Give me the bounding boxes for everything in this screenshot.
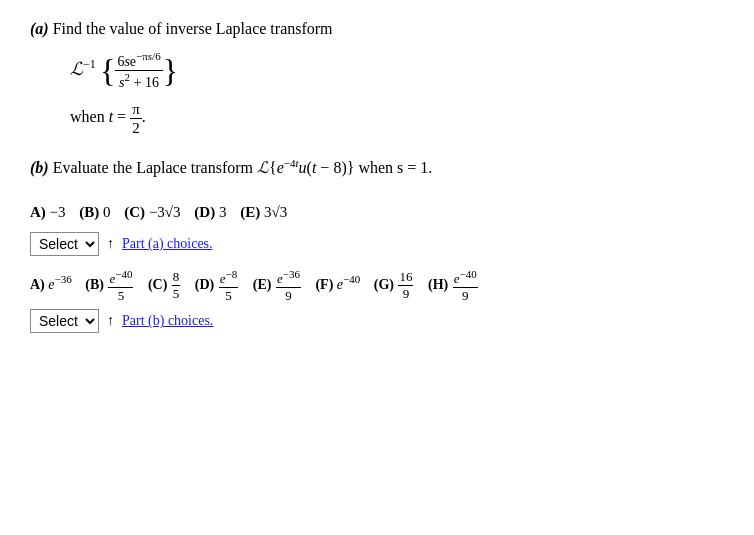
choice-b-g-frac: 16 9 xyxy=(398,269,413,301)
part-a-choices: A) −3 (B) 0 (C) −3√3 (D) 3 (E) 3√3 xyxy=(30,199,724,226)
choice-b-b-label: (B) xyxy=(85,277,104,292)
choice-b-g-label: (G) xyxy=(374,277,394,292)
right-brace: } xyxy=(163,55,178,87)
part-b-choices: A) e−36 (B) e−40 5 (C) 8 5 (D) e−8 5 (E)… xyxy=(30,268,724,304)
choice-b-e-label: (E) xyxy=(253,277,272,292)
exp-numer: −πs/6 xyxy=(136,50,161,62)
left-brace: { xyxy=(100,55,115,87)
choice-b-item: (B) 0 xyxy=(79,204,114,220)
choice-a-label: A) xyxy=(30,204,46,220)
laplace-symbol: ℒ xyxy=(70,59,83,79)
part-b-text: Evaluate the Laplace transform xyxy=(53,159,253,176)
choice-c-label: (C) xyxy=(124,204,145,220)
choice-b-d-frac: e−8 5 xyxy=(219,268,239,304)
inverse-exponent: −1 xyxy=(83,57,96,71)
choice-b-d-item: (D) e−8 5 xyxy=(195,277,243,292)
choice-d-item: (D) 3 xyxy=(194,204,230,220)
part-a-uparrow: ↑ xyxy=(107,236,114,252)
fraction-numerator: 6se−πs/6 xyxy=(115,50,162,71)
t-value: π 2 xyxy=(130,100,142,137)
part-a-heading: (a) Find the value of inverse Laplace tr… xyxy=(30,20,724,38)
choice-b-f-label: (F) xyxy=(315,277,333,292)
choice-b-c-item: (C) 8 5 xyxy=(148,277,185,292)
laplace-b-symbol: ℒ xyxy=(257,159,269,176)
part-b-select-row: Select A B C D E F G H ↑ Part (b) choice… xyxy=(30,309,724,333)
choice-b-b-item: (B) e−40 5 xyxy=(85,277,138,292)
choice-b-e-frac: e−36 9 xyxy=(276,268,301,304)
part-b-expr: {e−4tu(t − 8)} xyxy=(269,159,354,176)
part-b-select[interactable]: Select A B C D E F G H xyxy=(30,309,99,333)
choice-e-label: (E) xyxy=(240,204,260,220)
choice-b-c-frac: 8 5 xyxy=(172,269,181,301)
part-b-bold: (b) xyxy=(30,159,49,176)
fraction-denominator: s2 + 16 xyxy=(117,71,161,91)
part-b-heading: (b) Evaluate the Laplace transform ℒ{e−4… xyxy=(30,155,724,181)
choice-b-h-frac: e−40 9 xyxy=(453,268,478,304)
part-b: (b) Evaluate the Laplace transform ℒ{e−4… xyxy=(30,155,724,181)
brace-expression: { 6se−πs/6 s2 + 16 } xyxy=(100,50,178,92)
part-a-choices-link[interactable]: Part (a) choices. xyxy=(122,236,213,252)
part-b-when: when s = 1. xyxy=(358,159,432,176)
part-a-bold: (a) xyxy=(30,20,49,37)
choice-b-e-item: (E) e−36 9 xyxy=(253,277,306,292)
part-a-text: Find the value of inverse Laplace transf… xyxy=(53,20,333,37)
choice-b-f-item: (F) e−40 xyxy=(315,277,363,292)
laplace-expression: ℒ−1 { 6se−πs/6 s2 + 16 } xyxy=(70,50,724,92)
part-a-select[interactable]: Select A B C D E xyxy=(30,232,99,256)
choice-b-b-frac: e−40 5 xyxy=(108,268,133,304)
choice-b-d-label: (D) xyxy=(195,277,214,292)
part-a: (a) Find the value of inverse Laplace tr… xyxy=(30,20,724,137)
choice-b-c-label: (C) xyxy=(148,277,167,292)
choice-b-h-item: (H) e−40 9 xyxy=(428,277,479,292)
part-b-uparrow: ↑ xyxy=(107,313,114,329)
choice-b-g-item: (G) 16 9 xyxy=(374,277,418,292)
choice-b-label: (B) xyxy=(79,204,99,220)
choice-b-a-label: A) xyxy=(30,277,45,292)
choice-a-item: A) −3 xyxy=(30,204,69,220)
choice-e-item: (E) 3√3 xyxy=(240,204,287,220)
choice-d-label: (D) xyxy=(194,204,215,220)
choice-b-a-item: A) e−36 xyxy=(30,277,75,292)
laplace-fraction: 6se−πs/6 s2 + 16 xyxy=(115,50,162,92)
choice-b-h-label: (H) xyxy=(428,277,448,292)
choice-c-item: (C) −3√3 xyxy=(124,204,184,220)
part-a-select-row: Select A B C D E ↑ Part (a) choices. xyxy=(30,232,724,256)
when-line: when t = π 2 . xyxy=(70,100,724,137)
part-b-choices-link[interactable]: Part (b) choices. xyxy=(122,313,213,329)
